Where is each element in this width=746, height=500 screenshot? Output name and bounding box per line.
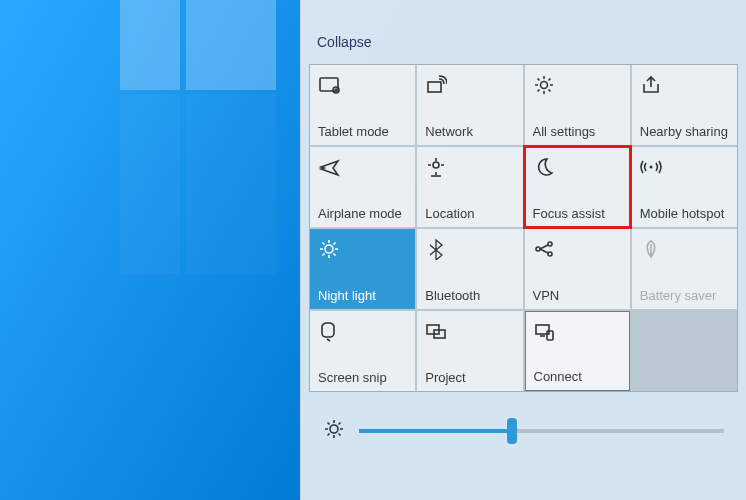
project-icon xyxy=(425,319,514,343)
quick-action-grid: Tablet modeNetworkAll settingsNearby sha… xyxy=(309,64,738,392)
brightness-slider[interactable] xyxy=(359,429,724,433)
airplane-icon xyxy=(318,155,407,179)
quick-action-label: All settings xyxy=(533,124,622,139)
quick-action-label: Nearby sharing xyxy=(640,124,729,139)
quick-action-label: Connect xyxy=(534,369,621,384)
quick-action-all-settings[interactable]: All settings xyxy=(525,65,630,145)
collapse-link[interactable]: Collapse xyxy=(309,30,379,64)
quick-action-label: Screen snip xyxy=(318,370,407,385)
quick-action-label: Airplane mode xyxy=(318,206,407,221)
quick-action-label: Location xyxy=(425,206,514,221)
quick-action-screen-snip[interactable]: Screen snip xyxy=(310,311,415,391)
location-pin-icon xyxy=(425,155,514,179)
settings-gear-icon xyxy=(533,73,622,97)
wallpaper-decoration xyxy=(120,0,180,90)
brightness-control xyxy=(309,392,738,452)
vpn-icon xyxy=(533,237,622,261)
moon-icon xyxy=(533,155,622,179)
snip-icon xyxy=(318,319,407,343)
brightness-icon xyxy=(318,237,407,261)
quick-action-project[interactable]: Project xyxy=(417,311,522,391)
quick-action-night-light[interactable]: Night light xyxy=(310,229,415,309)
quick-action-label: Tablet mode xyxy=(318,124,407,139)
share-icon xyxy=(640,73,729,97)
quick-action-label: Project xyxy=(425,370,514,385)
quick-action-label: Network xyxy=(425,124,514,139)
quick-action-bluetooth[interactable]: Bluetooth xyxy=(417,229,522,309)
connect-icon xyxy=(534,320,621,344)
quick-action-airplane-mode[interactable]: Airplane mode xyxy=(310,147,415,227)
quick-action-network[interactable]: Network xyxy=(417,65,522,145)
quick-action-tablet-mode[interactable]: Tablet mode xyxy=(310,65,415,145)
quick-action-mobile-hotspot[interactable]: Mobile hotspot xyxy=(632,147,737,227)
desktop-wallpaper: Collapse Tablet modeNetworkAll settingsN… xyxy=(0,0,746,500)
quick-action-label: VPN xyxy=(533,288,622,303)
quick-action-label: Battery saver xyxy=(640,288,729,303)
wallpaper-decoration xyxy=(186,0,276,90)
hotspot-icon xyxy=(640,155,729,179)
quick-action-label: Focus assist xyxy=(533,206,622,221)
wallpaper-decoration xyxy=(120,94,180,274)
quick-action-label: Night light xyxy=(318,288,407,303)
quick-action-vpn[interactable]: VPN xyxy=(525,229,630,309)
quick-action-nearby-sharing[interactable]: Nearby sharing xyxy=(632,65,737,145)
tablet-mode-icon xyxy=(318,73,407,97)
brightness-slider-thumb[interactable] xyxy=(507,418,517,444)
brightness-icon xyxy=(323,418,345,444)
wallpaper-decoration xyxy=(186,94,276,274)
quick-action-location[interactable]: Location xyxy=(417,147,522,227)
action-center-panel: Collapse Tablet modeNetworkAll settingsN… xyxy=(300,0,746,500)
bluetooth-icon xyxy=(425,237,514,261)
quick-action-battery-saver[interactable]: Battery saver xyxy=(632,229,737,309)
network-icon xyxy=(425,73,514,97)
quick-action-label: Bluetooth xyxy=(425,288,514,303)
leaf-icon xyxy=(640,237,729,261)
quick-action-connect[interactable]: Connect xyxy=(525,311,630,391)
quick-action-focus-assist[interactable]: Focus assist xyxy=(525,147,630,227)
quick-action-label: Mobile hotspot xyxy=(640,206,729,221)
